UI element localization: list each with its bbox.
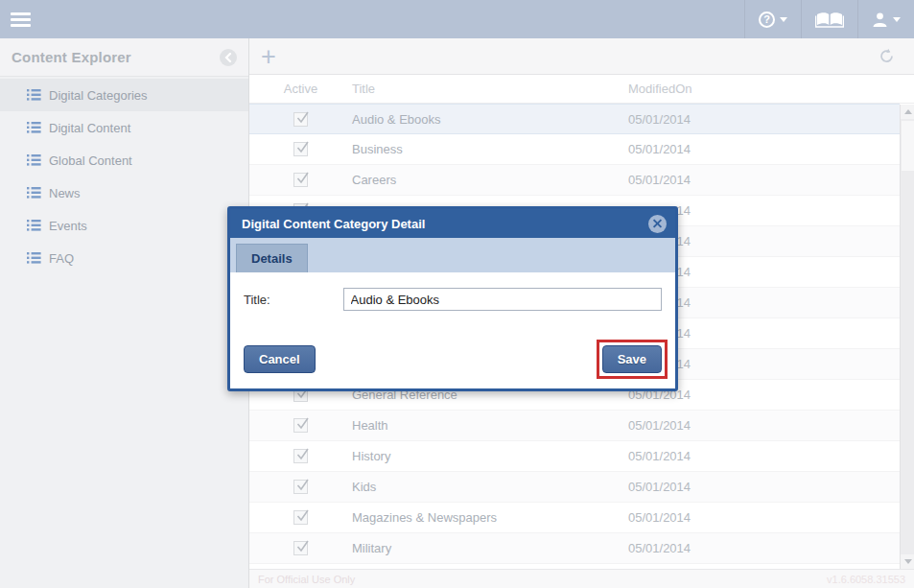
check-icon	[294, 139, 311, 155]
table-row[interactable]: Kids 05/01/2014	[249, 472, 900, 503]
content-explorer-sidebar: Content Explorer Digital Categories	[0, 38, 249, 588]
active-checkbox[interactable]	[293, 173, 308, 187]
sidebar-item-digital-content[interactable]: Digital Content	[0, 111, 248, 144]
status-bar: For Official Use Only v1.6.6058.31553	[249, 569, 914, 588]
title-cell: Kids	[352, 480, 628, 494]
sidebar-collapse-button[interactable]	[220, 49, 237, 66]
library-icon	[815, 12, 844, 28]
check-icon	[294, 109, 311, 126]
table-row[interactable]: Health 05/01/2014	[249, 411, 900, 441]
save-button[interactable]: Save	[602, 345, 662, 373]
modifiedon-cell: 05/01/2014	[628, 510, 900, 525]
tab-details[interactable]: Details	[236, 244, 308, 272]
active-checkbox[interactable]	[293, 112, 308, 127]
modifiedon-cell: 05/01/2014	[628, 541, 900, 555]
chevron-down-icon	[780, 17, 787, 22]
check-icon	[294, 170, 311, 186]
table-header: Active Title ModifiedOn	[249, 75, 914, 104]
title-cell: Magazines & Newspapers	[352, 510, 628, 525]
active-checkbox[interactable]	[293, 510, 308, 525]
active-checkbox[interactable]	[293, 142, 308, 156]
chevron-left-icon	[224, 53, 232, 62]
check-icon	[294, 507, 311, 524]
list-icon	[27, 122, 41, 133]
top-bar: ?	[0, 0, 914, 38]
list-icon	[27, 187, 41, 199]
chevron-down-icon	[893, 17, 901, 22]
scroll-down-button[interactable]	[901, 554, 914, 569]
active-checkbox[interactable]	[293, 541, 308, 555]
hamburger-menu-icon[interactable]	[0, 0, 42, 38]
help-icon: ?	[759, 12, 775, 28]
save-highlight-annotation: Save	[597, 340, 668, 379]
title-cell: History	[352, 449, 628, 463]
category-detail-dialog: Digital Content Category Detail Details …	[227, 206, 678, 391]
column-header-modifiedon[interactable]: ModifiedOn	[628, 82, 900, 96]
dialog-footer: Cancel Save	[230, 322, 675, 388]
sidebar-header: Content Explorer	[0, 38, 248, 77]
user-icon	[872, 12, 888, 28]
table-row[interactable]: Audio & Ebooks 05/01/2014	[249, 104, 900, 134]
user-menu-button[interactable]	[857, 0, 914, 38]
cancel-button[interactable]: Cancel	[244, 345, 316, 373]
title-cell: Business	[352, 142, 628, 156]
scrollbar-thumb[interactable]	[902, 121, 914, 171]
list-icon	[27, 89, 41, 101]
active-cell	[249, 449, 352, 463]
help-menu-button[interactable]: ?	[744, 0, 801, 38]
title-field-label: Title:	[244, 293, 343, 307]
triangle-up-icon	[904, 109, 912, 114]
modifiedon-cell: 05/01/2014	[628, 112, 900, 127]
active-checkbox[interactable]	[293, 480, 308, 494]
sidebar-item-events[interactable]: Events	[0, 209, 248, 242]
table-row[interactable]: Magazines & Newspapers 05/01/2014	[249, 503, 900, 533]
triangle-down-icon	[904, 559, 912, 564]
close-icon[interactable]	[648, 215, 667, 233]
refresh-button[interactable]	[879, 48, 895, 64]
scroll-up-button[interactable]	[901, 105, 914, 119]
active-cell	[249, 541, 352, 555]
table-row[interactable]: Business 05/01/2014	[249, 134, 900, 165]
modifiedon-cell: 05/01/2014	[628, 480, 900, 494]
table-row[interactable]: Careers 05/01/2014	[249, 165, 900, 196]
modifiedon-cell: 05/01/2014	[628, 449, 900, 463]
active-checkbox[interactable]	[293, 418, 308, 433]
sidebar-title: Content Explorer	[12, 49, 131, 65]
refresh-icon	[879, 48, 895, 64]
list-icon	[27, 154, 41, 166]
column-header-title[interactable]: Title	[352, 82, 628, 96]
list-icon	[27, 252, 41, 264]
active-cell	[249, 112, 352, 127]
library-button[interactable]	[801, 0, 857, 38]
sidebar-item-list: Digital Categories Digital Content	[0, 77, 248, 274]
sidebar-item-news[interactable]: News	[0, 176, 248, 209]
dialog-tabstrip: Details	[230, 238, 675, 272]
sidebar-item-global-content[interactable]: Global Content	[0, 144, 248, 176]
sidebar-item-digital-categories[interactable]: Digital Categories	[0, 79, 248, 111]
title-cell: Careers	[352, 173, 628, 187]
sidebar-item-faq[interactable]: FAQ	[0, 242, 248, 274]
active-checkbox[interactable]	[293, 449, 308, 463]
sidebar-item-label: Global Content	[49, 153, 132, 168]
add-category-button[interactable]: +	[261, 45, 276, 68]
column-header-active[interactable]: Active	[249, 82, 352, 96]
list-icon	[27, 220, 41, 231]
dialog-title: Digital Content Category Detail	[242, 217, 425, 231]
sidebar-item-label: Events	[49, 219, 87, 233]
table-row[interactable]: Military 05/01/2014	[249, 533, 900, 564]
app-window: ? Content Explorer	[0, 0, 914, 588]
table-row[interactable]: History 05/01/2014	[249, 441, 900, 472]
classification-label: For Official Use Only	[258, 574, 355, 585]
check-icon	[294, 477, 311, 493]
sidebar-item-label: FAQ	[49, 251, 74, 266]
vertical-scrollbar[interactable]	[900, 105, 914, 569]
active-cell	[249, 142, 352, 156]
dialog-body: Title:	[230, 272, 675, 322]
modifiedon-cell: 05/01/2014	[628, 418, 900, 433]
title-input[interactable]	[343, 288, 662, 311]
check-icon	[294, 538, 311, 554]
grid-toolbar: +	[249, 38, 914, 75]
check-icon	[294, 415, 311, 432]
active-cell	[249, 173, 352, 187]
sidebar-item-label: News	[49, 186, 81, 200]
